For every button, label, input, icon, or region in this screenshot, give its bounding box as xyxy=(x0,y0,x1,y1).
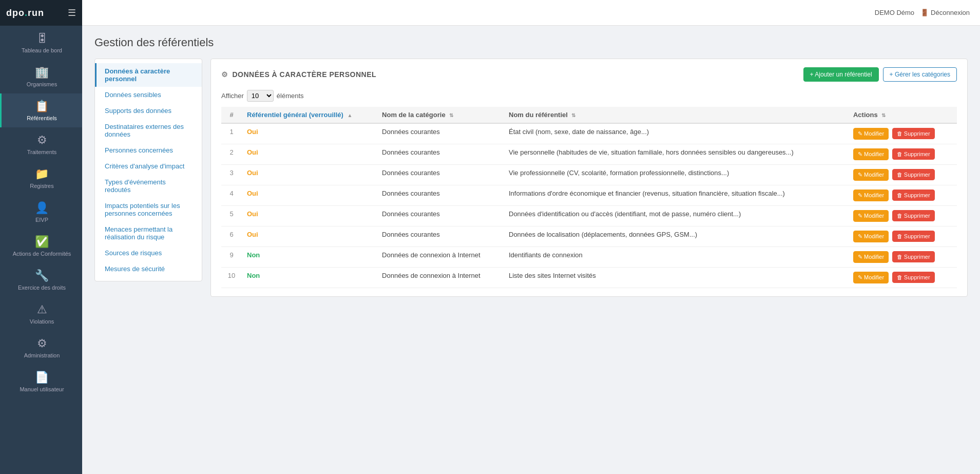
modify-button[interactable]: ✎ Modifier xyxy=(853,251,889,263)
sidebar-item-manuel[interactable]: 📄 Manuel utilisateur xyxy=(0,365,82,399)
nav-personnes[interactable]: Personnes concernées xyxy=(95,142,202,158)
row-ref-general: Non xyxy=(242,268,377,288)
sort-icon-cat: ⇅ xyxy=(449,112,453,118)
row-actions: ✎ Modifier 🗑 Supprimer xyxy=(848,268,957,288)
violations-icon: ⚠ xyxy=(37,303,47,316)
sidebar-label-administration: Administration xyxy=(24,352,60,358)
table-row: 2 Oui Données courantes Vie personnelle … xyxy=(221,144,957,165)
table-row: 9 Non Données de connexion à Internet Id… xyxy=(221,247,957,268)
delete-button[interactable]: 🗑 Supprimer xyxy=(892,210,935,221)
modify-button[interactable]: ✎ Modifier xyxy=(853,169,889,181)
nav-mesures[interactable]: Mesures de sécurité xyxy=(95,261,202,277)
sidebar-label-registres: Registres xyxy=(30,183,53,189)
row-num: 5 xyxy=(221,206,242,226)
row-num: 3 xyxy=(221,165,242,185)
sidebar-item-violations[interactable]: ⚠ Violations xyxy=(0,297,82,331)
modify-button[interactable]: ✎ Modifier xyxy=(853,128,889,140)
col-ref-general[interactable]: Référentiel général (verrouillé) ▲ xyxy=(242,107,377,123)
nav-destinataires[interactable]: Destinataires externes des données xyxy=(95,119,202,142)
col-nom-categorie[interactable]: Nom de la catégorie ⇅ xyxy=(377,107,504,123)
left-nav: Données à caractère personnel Données se… xyxy=(94,59,202,281)
user-name: DEMO Démo xyxy=(875,9,914,16)
row-nom-referentiel: Vie professionnelle (CV, scolarité, form… xyxy=(504,165,848,185)
nav-donnees-sensibles[interactable]: Données sensibles xyxy=(95,87,202,103)
sidebar-item-organismes[interactable]: 🏢 Organismes xyxy=(0,60,82,93)
table-row: 5 Oui Données courantes Données d'identi… xyxy=(221,206,957,226)
logout-icon: 🚪 xyxy=(920,9,929,16)
row-actions: ✎ Modifier 🗑 Supprimer xyxy=(848,123,957,144)
row-nom-referentiel: Informations d'ordre économique et finan… xyxy=(504,185,848,206)
sidebar-item-referentiels[interactable]: 📋 Référentiels xyxy=(0,93,82,127)
hamburger-icon[interactable]: ☰ xyxy=(68,7,76,18)
sidebar-item-conformites[interactable]: ✅ Actions de Conformités xyxy=(0,229,82,263)
col-num[interactable]: # xyxy=(221,107,242,123)
nav-sources-risques[interactable]: Sources de risques xyxy=(95,245,202,261)
row-ref-general: Oui xyxy=(242,165,377,185)
sidebar-item-droits[interactable]: 🔧 Exercice des droits xyxy=(0,263,82,297)
modify-button[interactable]: ✎ Modifier xyxy=(853,189,889,201)
table-body: 1 Oui Données courantes État civil (nom,… xyxy=(221,123,957,288)
row-nom-categorie: Données de connexion à Internet xyxy=(377,268,504,288)
add-referentiel-button[interactable]: + Ajouter un référentiel xyxy=(803,67,879,82)
nav-impacts[interactable]: Impacts potentiels sur les personnes con… xyxy=(95,198,202,221)
nav-donnees-personnelles[interactable]: Données à caractère personnel xyxy=(95,63,202,87)
table-row: 4 Oui Données courantes Informations d'o… xyxy=(221,185,957,206)
delete-button[interactable]: 🗑 Supprimer xyxy=(892,128,935,139)
eivp-icon: 👤 xyxy=(35,201,49,215)
sidebar-label-dashboard: Tableau de bord xyxy=(22,47,62,53)
delete-button[interactable]: 🗑 Supprimer xyxy=(892,272,935,283)
nav-types-evenements[interactable]: Types d'événements redoutés xyxy=(95,174,202,198)
delete-button[interactable]: 🗑 Supprimer xyxy=(892,231,935,242)
row-num: 9 xyxy=(221,247,242,268)
organismes-icon: 🏢 xyxy=(35,66,49,79)
logo: dpo.run xyxy=(6,8,44,18)
sidebar-item-traitements[interactable]: ⚙ Traitements xyxy=(0,127,82,161)
modify-button[interactable]: ✎ Modifier xyxy=(853,272,889,283)
row-nom-categorie: Données courantes xyxy=(377,226,504,247)
modify-button[interactable]: ✎ Modifier xyxy=(853,210,889,222)
manage-categories-button[interactable]: + Gérer les catégories xyxy=(883,67,957,82)
sidebar-header: dpo.run ☰ xyxy=(0,0,82,26)
row-actions: ✎ Modifier 🗑 Supprimer xyxy=(848,165,957,185)
row-ref-general: Oui xyxy=(242,226,377,247)
modify-button[interactable]: ✎ Modifier xyxy=(853,148,889,160)
row-num: 10 xyxy=(221,268,242,288)
delete-button[interactable]: 🗑 Supprimer xyxy=(892,169,935,180)
row-num: 1 xyxy=(221,123,242,144)
row-nom-categorie: Données courantes xyxy=(377,165,504,185)
delete-button[interactable]: 🗑 Supprimer xyxy=(892,189,935,201)
sort-icon-ref: ▲ xyxy=(347,112,352,118)
sidebar-item-administration[interactable]: ⚙ Administration xyxy=(0,331,82,365)
row-nom-categorie: Données courantes xyxy=(377,144,504,165)
sidebar-label-referentiels: Référentiels xyxy=(27,115,57,121)
nav-criteres[interactable]: Critères d'analyse d'impact xyxy=(95,158,202,174)
sidebar-label-violations: Violations xyxy=(30,318,54,325)
row-nom-categorie: Données courantes xyxy=(377,206,504,226)
col-actions[interactable]: Actions ⇅ xyxy=(848,107,957,123)
nav-supports-donnees[interactable]: Supports des données xyxy=(95,103,202,119)
sidebar-label-traitements: Traitements xyxy=(27,149,57,155)
sidebar-item-dashboard[interactable]: 🎛 Tableau de bord xyxy=(0,26,82,60)
row-ref-general: Oui xyxy=(242,185,377,206)
sidebar-item-registres[interactable]: 📁 Registres xyxy=(0,161,82,195)
sidebar-label-droits: Exercice des droits xyxy=(18,285,66,291)
col-nom-referentiel[interactable]: Nom du référentiel ⇅ xyxy=(504,107,848,123)
row-ref-general: Oui xyxy=(242,144,377,165)
table-row: 3 Oui Données courantes Vie professionne… xyxy=(221,165,957,185)
row-nom-referentiel: Vie personnelle (habitudes de vie, situa… xyxy=(504,144,848,165)
elements-label: éléments xyxy=(277,92,304,100)
sort-icon-actions: ⇅ xyxy=(881,112,886,118)
logout-button[interactable]: 🚪 Déconnexion xyxy=(920,9,970,16)
page-title: Gestion des référentiels xyxy=(94,36,968,49)
modify-button[interactable]: ✎ Modifier xyxy=(853,231,889,242)
per-page-select[interactable]: 10 25 50 100 xyxy=(247,90,274,102)
delete-button[interactable]: 🗑 Supprimer xyxy=(892,148,935,160)
droits-icon: 🔧 xyxy=(35,269,49,282)
sidebar-item-eivp[interactable]: 👤 EIVP xyxy=(0,195,82,229)
row-actions: ✎ Modifier 🗑 Supprimer xyxy=(848,226,957,247)
section-header: ⚙ DONNÉES À CARACTÈRE PERSONNEL + Ajoute… xyxy=(221,67,957,82)
nav-menaces[interactable]: Menaces permettant la réalisation du ris… xyxy=(95,221,202,245)
section-title: ⚙ DONNÉES À CARACTÈRE PERSONNEL xyxy=(221,70,376,79)
delete-button[interactable]: 🗑 Supprimer xyxy=(892,251,935,262)
table-row: 10 Non Données de connexion à Internet L… xyxy=(221,268,957,288)
